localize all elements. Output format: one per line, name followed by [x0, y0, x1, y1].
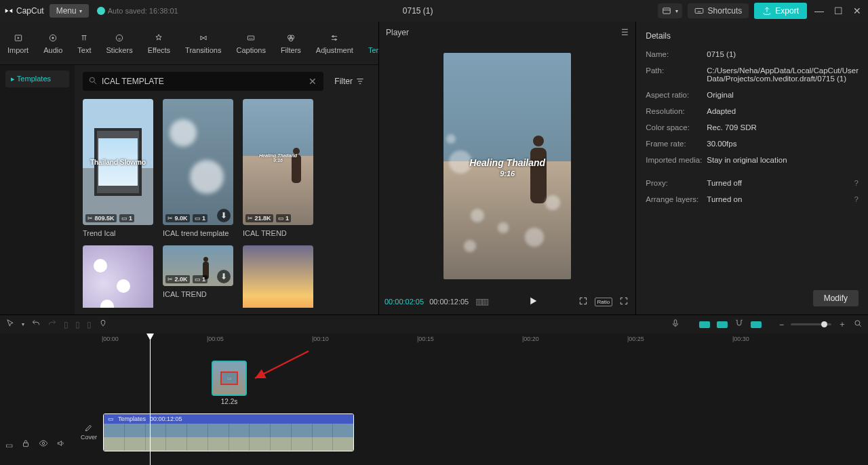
template-card[interactable]: I went Crazy over you [83, 245, 153, 308]
zoom-out-icon[interactable]: − [779, 320, 784, 329]
capcut-logo-icon [4, 6, 14, 16]
help-icon[interactable]: ? [854, 195, 859, 203]
svg-rect-17 [24, 443, 28, 446]
window-close[interactable]: ✕ [850, 5, 864, 16]
template-card[interactable]: Healing Thailand9:16 ✂ 21.8K▭ 1 ICAL TRE… [243, 99, 313, 237]
cursor-tool[interactable] [5, 319, 15, 330]
layout-icon [662, 6, 671, 16]
track-mute-icon[interactable] [56, 439, 66, 450]
window-maximize[interactable]: ☐ [831, 5, 845, 16]
captions-icon [246, 33, 256, 43]
sidebar-templates[interactable]: ▸ Templates [5, 70, 69, 87]
track-visible-icon[interactable] [39, 439, 48, 450]
help-icon[interactable]: ? [854, 179, 859, 187]
menu-button[interactable]: Menu ▾ [50, 4, 89, 18]
details-title: Details [646, 27, 859, 46]
compare-icon[interactable]: ▥▥ [474, 296, 489, 308]
template-card[interactable]: ✂ 9.0K▭ 1 ⬇ ICAL trend template [163, 99, 233, 237]
nav-transitions[interactable]: Transitions [178, 22, 229, 64]
export-icon [762, 6, 772, 16]
template-chip-icon: ▭ [108, 416, 114, 422]
redo-button[interactable] [47, 319, 57, 330]
chevron-down-icon: ▾ [79, 8, 82, 14]
search-input[interactable] [102, 77, 307, 86]
aspect-tool[interactable]: ▾ [658, 3, 682, 18]
effects-icon [154, 33, 163, 43]
search-box[interactable]: ✕ [83, 72, 323, 91]
zoom-fit-icon[interactable] [853, 319, 863, 330]
svg-point-15 [855, 321, 860, 325]
play-button[interactable] [526, 294, 540, 310]
track-color-b[interactable] [717, 321, 728, 328]
filters-icon [286, 33, 296, 43]
template-track-clip[interactable]: ▭ Templates 00:00:12:05 [103, 413, 354, 451]
track-controls: ▭ [0, 413, 75, 454]
svg-point-4 [52, 37, 54, 38]
svg-point-5 [116, 35, 122, 41]
template-card[interactable]: ✂ 2.0K▭ 1 ⬇ ICAL TREND [163, 245, 233, 308]
nav-stickers[interactable]: Stickers [99, 22, 140, 64]
nav-text[interactable]: Text [70, 22, 98, 64]
cover-button[interactable]: Cover [79, 423, 99, 441]
track-lock-icon[interactable] [21, 439, 31, 450]
download-icon[interactable]: ⬇ [217, 209, 231, 222]
replace-icon: ▭ [220, 371, 238, 385]
split-tool-3: ▯ [87, 320, 92, 329]
track-color-a[interactable] [699, 321, 710, 328]
export-button[interactable]: Export [754, 3, 807, 19]
zoom-in-icon[interactable]: ＋ [838, 319, 846, 330]
split-tool-2: ▯ [75, 320, 80, 329]
nav-import[interactable]: Import [0, 22, 36, 64]
template-label: ICAL TREND [243, 229, 313, 237]
template-label: Trend Ical [83, 229, 153, 237]
player-controls: 00:00:02:05 00:00:12:05 ▥▥ Ratio [379, 289, 635, 315]
magnet-icon[interactable] [734, 319, 744, 330]
track-color-c[interactable] [751, 321, 762, 328]
preview-overlay-sub: 9:16 [443, 169, 571, 178]
track-expand-icon[interactable]: ▭ [5, 441, 13, 450]
autosave-dot-icon [97, 7, 105, 15]
preview-overlay: Healing Thailand [443, 157, 571, 168]
template-overlay-text: Healing Thailand9:16 [243, 153, 313, 163]
timeline-toolbar: ▾ ▯ ▯ ▯ − ＋ [0, 315, 868, 333]
nav-filters[interactable]: Filters [273, 22, 309, 64]
template-drop-clip[interactable]: ▭ [212, 361, 247, 396]
media-panel: Import Audio Text Stickers Effects Trans… [0, 22, 378, 315]
nav-adjustment[interactable]: Adjustment [309, 22, 361, 64]
player-time-total: 00:00:12:05 [429, 298, 469, 306]
template-overlay-text: Thailand Slowmo [83, 159, 153, 166]
video-preview[interactable]: Healing Thailand 9:16 [443, 53, 571, 279]
mic-icon[interactable] [671, 319, 680, 330]
app-logo: CapCut [4, 6, 44, 16]
snapshot-icon[interactable] [577, 295, 589, 309]
nav-audio[interactable]: Audio [36, 22, 70, 64]
ratio-button[interactable]: Ratio [595, 298, 613, 306]
svg-point-18 [42, 442, 45, 445]
svg-rect-14 [674, 320, 677, 324]
window-minimize[interactable]: — [812, 5, 826, 16]
modify-button[interactable]: Modify [813, 290, 859, 306]
svg-rect-1 [695, 9, 703, 14]
zoom-slider[interactable] [791, 323, 831, 325]
nav-effects[interactable]: Effects [140, 22, 178, 64]
template-card[interactable] [243, 245, 313, 308]
pencil-icon [84, 423, 94, 432]
clear-search-icon[interactable]: ✕ [307, 76, 318, 87]
undo-button[interactable] [31, 319, 41, 330]
timeline[interactable]: |00:00 |00:05 |00:10 |00:15 |00:20 |00:2… [0, 333, 868, 465]
fullscreen-icon[interactable] [618, 295, 630, 309]
title-bar: CapCut Menu ▾ Auto saved: 16:38:01 0715 … [0, 0, 868, 22]
nav-captions[interactable]: Captions [229, 22, 273, 64]
chevron-down-icon[interactable]: ▾ [22, 321, 24, 327]
shortcuts-button[interactable]: Shortcuts [688, 3, 749, 18]
playhead[interactable] [150, 333, 151, 465]
download-icon[interactable]: ⬇ [217, 270, 231, 283]
project-title: 0715 (1) [184, 6, 652, 16]
svg-rect-6 [248, 36, 254, 40]
filter-button[interactable]: Filter [329, 74, 370, 89]
marker-tool[interactable] [98, 319, 108, 330]
template-grid: Thailand Slowmo ✂ 809.5K▭ 1 Trend Ical ✂… [83, 99, 370, 308]
panel-menu-icon[interactable]: ☰ [621, 28, 629, 37]
template-card[interactable]: Thailand Slowmo ✂ 809.5K▭ 1 Trend Ical [83, 99, 153, 237]
time-ruler[interactable]: |00:00 |00:05 |00:10 |00:15 |00:20 |00:2… [102, 333, 868, 348]
